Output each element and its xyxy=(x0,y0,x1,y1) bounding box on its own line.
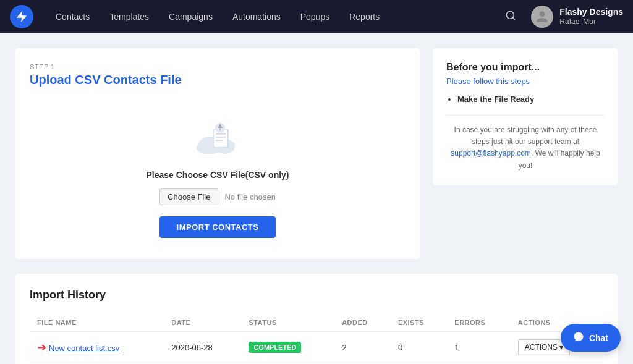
upload-area: Please Choose CSV File(CSV only) Choose … xyxy=(30,106,406,244)
main-content: STEP 1 Upload CSV Contacts File xyxy=(0,33,633,274)
logo[interactable] xyxy=(10,5,33,28)
info-support: In case you are struggling with any of t… xyxy=(446,124,605,172)
table-row: ➜New contact list.csv 2020-06-28 COMPLET… xyxy=(30,332,603,363)
user-subtitle: Rafael Mor xyxy=(559,17,623,27)
chat-icon xyxy=(573,331,584,344)
file-prompt: Please Choose CSV File(CSV only) xyxy=(146,170,289,180)
support-email-link[interactable]: support@flashyapp.com xyxy=(451,149,531,158)
user-menu[interactable]: Flashy Designs Rafael Mor xyxy=(524,6,623,28)
choose-file-button[interactable]: Choose File xyxy=(159,188,218,205)
info-subtitle: Please follow this steps xyxy=(446,77,605,86)
file-input-row: Choose File No file chosen xyxy=(159,188,276,205)
info-panel: Before you import... Please follow this … xyxy=(433,48,618,185)
cell-status: COMPLETED xyxy=(241,332,334,363)
nav-popups[interactable]: Popups xyxy=(291,0,339,33)
history-title: Import History xyxy=(30,289,603,302)
import-contacts-button[interactable]: IMPORT CONTACTS xyxy=(159,216,276,238)
col-status: STATUS xyxy=(241,314,334,332)
history-table: FILE NAME DATE STATUS ADDED EXISTS ERROR… xyxy=(30,314,603,364)
nav-campaigns[interactable]: Campaigns xyxy=(159,0,223,33)
nav-templates[interactable]: Templates xyxy=(100,0,159,33)
cell-errors: 1 xyxy=(447,332,510,363)
cell-date: 2020-06-28 xyxy=(164,332,241,363)
info-title: Before you import... xyxy=(446,62,605,73)
step-label: STEP 1 xyxy=(30,63,406,70)
nav-reports[interactable]: Reports xyxy=(339,0,389,33)
status-badge: COMPLETED xyxy=(249,342,301,353)
user-name: Flashy Designs xyxy=(559,6,623,17)
col-filename: FILE NAME xyxy=(30,314,164,332)
upload-panel: STEP 1 Upload CSV Contacts File xyxy=(15,48,420,259)
svg-point-0 xyxy=(507,11,514,19)
upload-title-plain: Upload xyxy=(30,73,75,87)
cell-added: 2 xyxy=(334,332,391,363)
logo-icon xyxy=(15,10,28,23)
arrow-indicator: ➜ xyxy=(37,341,46,353)
navbar: Contacts Templates Campaigns Automations… xyxy=(0,0,633,33)
info-list: Make the File Ready xyxy=(446,95,605,104)
col-exists: EXISTS xyxy=(391,314,447,332)
info-divider xyxy=(446,115,605,116)
info-list-item: Make the File Ready xyxy=(457,95,605,104)
chat-label: Chat xyxy=(589,333,608,343)
cell-exists: 0 xyxy=(391,332,447,363)
support-text-after: . We will happily help you! xyxy=(519,149,600,169)
col-errors: ERRORS xyxy=(447,314,510,332)
svg-line-1 xyxy=(513,17,515,19)
nav-contacts[interactable]: Contacts xyxy=(46,0,100,33)
nav-automations[interactable]: Automations xyxy=(223,0,291,33)
upload-title-accent: CSV xyxy=(75,73,100,87)
svg-point-4 xyxy=(197,142,214,154)
upload-title: Upload CSV Contacts File xyxy=(30,73,406,87)
cloud-upload-icon xyxy=(193,118,242,160)
search-icon[interactable] xyxy=(498,10,524,24)
upload-title-rest: Contacts File xyxy=(100,73,181,87)
user-info: Flashy Designs Rafael Mor xyxy=(559,6,623,27)
cell-filename: ➜New contact list.csv xyxy=(30,332,164,363)
support-text-before: In case you are struggling with any of t… xyxy=(454,125,597,146)
col-added: ADDED xyxy=(334,314,391,332)
chat-button[interactable]: Chat xyxy=(561,324,621,352)
avatar xyxy=(531,6,553,28)
table-header-row: FILE NAME DATE STATUS ADDED EXISTS ERROR… xyxy=(30,314,603,332)
navbar-links: Contacts Templates Campaigns Automations… xyxy=(46,0,498,33)
history-section: Import History FILE NAME DATE STATUS ADD… xyxy=(15,274,618,364)
col-date: DATE xyxy=(164,314,241,332)
no-file-label: No file chosen xyxy=(224,192,275,201)
